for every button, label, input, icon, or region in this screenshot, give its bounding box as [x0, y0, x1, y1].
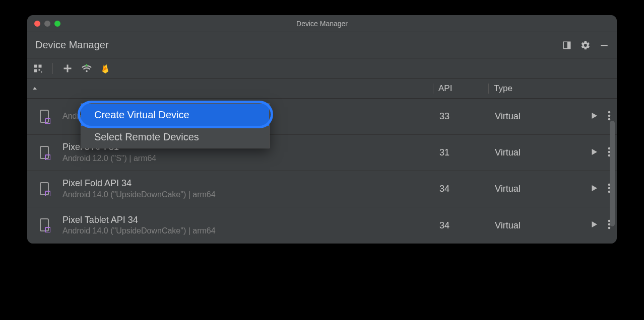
device-icon: [27, 146, 62, 160]
device-icon: [27, 218, 62, 232]
device-row[interactable]: Pixel Fold API 34 Android 14.0 ("UpsideD…: [27, 171, 617, 207]
play-icon[interactable]: [590, 220, 599, 231]
toolbar-separator: [52, 63, 53, 74]
panel-header: Device Manager: [27, 32, 617, 58]
svg-rect-9: [64, 67, 72, 69]
device-subtitle: Android 14.0 ("UpsideDownCake") | arm64: [62, 190, 439, 200]
svg-point-32: [608, 227, 611, 229]
svg-rect-12: [85, 64, 88, 65]
svg-rect-2: [601, 45, 608, 46]
maximize-window-button[interactable]: [54, 21, 60, 27]
device-name: Pixel Tablet API 34: [62, 214, 439, 226]
device-name: Pixel Fold API 34: [62, 178, 439, 189]
play-icon[interactable]: [590, 111, 599, 122]
panel-header-actions: [562, 40, 609, 50]
gear-icon[interactable]: [581, 40, 591, 50]
sort-indicator[interactable]: [27, 86, 42, 92]
svg-rect-3: [34, 64, 37, 67]
scrollbar[interactable]: [610, 121, 615, 226]
panel-title: Device Manager: [35, 39, 109, 51]
svg-point-17: [608, 118, 611, 120]
window-title: Device Manager: [296, 20, 348, 28]
svg-rect-1: [567, 42, 570, 49]
add-device-dropdown: Create Virtual Device Select Remote Devi…: [81, 103, 270, 148]
device-api: 34: [439, 220, 495, 231]
firebase-icon[interactable]: [101, 63, 109, 73]
svg-rect-7: [41, 71, 42, 72]
device-type: Virtual: [495, 220, 565, 231]
device-icon: [27, 110, 62, 124]
traffic-lights: [34, 21, 60, 27]
svg-rect-13: [40, 110, 48, 122]
device-row[interactable]: Pixel Tablet API 34 Android 14.0 ("Upsid…: [27, 207, 617, 244]
device-api: 31: [439, 147, 495, 158]
table-header: API Type: [27, 78, 617, 99]
dropdown-item-select-remote-devices[interactable]: Select Remote Devices: [81, 126, 269, 148]
svg-rect-6: [39, 69, 40, 70]
svg-rect-5: [34, 69, 37, 72]
column-header-api[interactable]: API: [433, 84, 488, 94]
play-icon[interactable]: [590, 147, 599, 158]
device-subtitle: Android 12.0 ("S") | arm64: [62, 153, 439, 164]
wifi-add-icon[interactable]: [81, 64, 92, 73]
device-subtitle: Android 14.0 ("UpsideDownCake") | arm64: [62, 226, 439, 236]
svg-rect-28: [40, 219, 48, 231]
device-api: 34: [439, 184, 495, 194]
svg-point-10: [86, 70, 88, 72]
grid-icon[interactable]: [33, 64, 42, 73]
device-api: 33: [439, 111, 495, 122]
minimize-window-button[interactable]: [44, 21, 50, 27]
column-header-type[interactable]: Type: [488, 84, 566, 94]
dropdown-item-create-virtual-device[interactable]: Create Virtual Device: [81, 104, 269, 126]
more-icon[interactable]: [608, 111, 611, 123]
svg-rect-23: [40, 183, 48, 195]
device-icon: [27, 182, 62, 196]
device-type: Virtual: [495, 111, 565, 122]
minimize-panel-icon[interactable]: [600, 41, 609, 50]
device-type: Virtual: [495, 147, 565, 158]
svg-rect-18: [40, 146, 48, 158]
dock-icon[interactable]: [562, 41, 571, 50]
add-icon[interactable]: [63, 64, 72, 73]
device-manager-window: Device Manager Device Manager: [27, 15, 617, 244]
play-icon[interactable]: [590, 184, 599, 195]
titlebar: Device Manager: [27, 15, 617, 32]
close-window-button[interactable]: [34, 21, 40, 27]
toolbar: [27, 58, 617, 78]
svg-point-16: [608, 114, 611, 117]
svg-rect-4: [39, 64, 42, 67]
device-type: Virtual: [495, 184, 565, 194]
svg-point-15: [608, 111, 611, 113]
